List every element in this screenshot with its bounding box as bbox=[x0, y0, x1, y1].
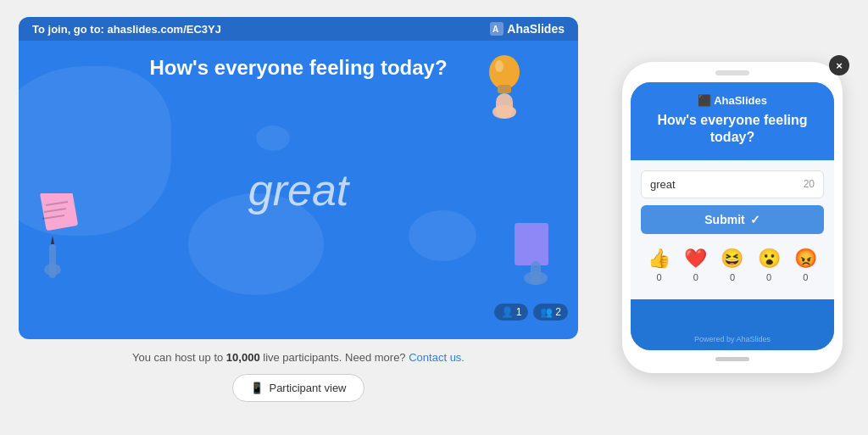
right-illustration bbox=[510, 219, 561, 287]
thumbs-up-count: 0 bbox=[657, 272, 662, 282]
phone-submit-button[interactable]: Submit ✓ bbox=[641, 205, 824, 234]
bottom-text-before: You can host up to bbox=[132, 351, 226, 364]
thumbs-up-emoji: 👍 bbox=[648, 248, 670, 270]
svg-text:A: A bbox=[492, 25, 498, 34]
participant-view-button[interactable]: 📱 Participant view bbox=[232, 374, 364, 402]
slide-container: To join, go to: ahaslides.com/EC3YJ A Ah… bbox=[19, 17, 578, 339]
wow-emoji: 😮 bbox=[758, 248, 781, 270]
audience-icon: 👥 bbox=[540, 306, 553, 318]
reaction-angry[interactable]: 😡 0 bbox=[794, 248, 817, 282]
logo-icon: A bbox=[490, 22, 504, 36]
svg-rect-15 bbox=[49, 244, 56, 278]
join-url-text: To join, go to: ahaslides.com/EC3YJ bbox=[32, 23, 221, 36]
participant-view-label: Participant view bbox=[269, 382, 346, 394]
phone-logo-icon: ⬛ bbox=[698, 94, 714, 107]
laugh-emoji: 😆 bbox=[721, 248, 743, 270]
audience-count: 2 bbox=[555, 306, 561, 318]
slide-title: How's everyone feeling today? bbox=[19, 56, 578, 80]
phone-logo-text: AhaSlides bbox=[714, 94, 767, 107]
slide-header: To join, go to: ahaslides.com/EC3YJ A Ah… bbox=[19, 17, 578, 41]
phone-input-field[interactable]: great 20 bbox=[641, 170, 824, 198]
blob-decoration-3 bbox=[409, 210, 476, 261]
participant-limit: 10,000 bbox=[226, 351, 260, 364]
phone-screen-bottom: Powered by AhaSlides bbox=[631, 299, 834, 350]
phone-input-value: great bbox=[650, 178, 804, 191]
phone-submit-label: Submit bbox=[704, 213, 744, 226]
heart-count: 0 bbox=[693, 272, 698, 282]
join-url: ahaslides.com/EC3YJ bbox=[108, 23, 221, 36]
reaction-thumbs-up[interactable]: 👍 0 bbox=[648, 248, 670, 282]
angry-emoji: 😡 bbox=[794, 248, 817, 270]
logo-text: AhaSlides bbox=[507, 22, 565, 36]
phone-screen-header: ⬛ AhaSlides How's everyone feeling today… bbox=[631, 82, 834, 159]
phone-screen: ⬛ AhaSlides How's everyone feeling today… bbox=[631, 82, 834, 349]
lightbulb-illustration bbox=[472, 42, 536, 119]
slide-footer: 👤 1 👥 2 bbox=[494, 304, 568, 321]
bottom-info: You can host up to 10,000 live participa… bbox=[132, 351, 465, 364]
right-panel: × ⬛ AhaSlides How's everyone feeling tod… bbox=[597, 0, 868, 435]
contact-us-link[interactable]: Contact us. bbox=[409, 351, 465, 364]
phone-title: How's everyone feeling today? bbox=[643, 112, 822, 144]
slide-body: How's everyone feeling today? great 👤 1 … bbox=[19, 41, 578, 329]
phone-notch bbox=[715, 70, 749, 75]
sticky-notes-illustration bbox=[36, 193, 86, 287]
phone-home-bar[interactable] bbox=[715, 357, 749, 361]
participant-badge: 👤 1 bbox=[494, 304, 529, 321]
svg-rect-3 bbox=[496, 93, 513, 119]
audience-badge: 👥 2 bbox=[533, 304, 568, 321]
bottom-text-after: live participants. Need more? bbox=[260, 351, 409, 364]
phone-logo: ⬛ AhaSlides bbox=[643, 94, 822, 107]
submit-check-icon: ✓ bbox=[750, 213, 760, 226]
slide-word: great bbox=[248, 165, 349, 215]
participant-icon: 👤 bbox=[501, 306, 514, 318]
reaction-laugh[interactable]: 😆 0 bbox=[721, 248, 743, 282]
angry-count: 0 bbox=[803, 272, 808, 282]
mobile-icon: 📱 bbox=[250, 382, 264, 394]
heart-emoji: ❤️ bbox=[684, 248, 707, 270]
wow-count: 0 bbox=[766, 272, 771, 282]
join-prefix: To join, go to: bbox=[32, 23, 108, 36]
ahaslides-logo: A AhaSlides bbox=[490, 22, 565, 36]
reactions-row: 👍 0 ❤️ 0 😆 0 😮 0 bbox=[641, 244, 824, 289]
powered-text: Powered by AhaSlides bbox=[694, 335, 771, 343]
left-panel: To join, go to: ahaslides.com/EC3YJ A Ah… bbox=[0, 0, 597, 435]
participant-count: 1 bbox=[516, 306, 522, 318]
phone-screen-body: great 20 Submit ✓ 👍 0 ❤️ 0 bbox=[631, 160, 834, 299]
reaction-heart[interactable]: ❤️ 0 bbox=[684, 248, 707, 282]
svg-rect-17 bbox=[515, 223, 548, 265]
laugh-count: 0 bbox=[730, 272, 735, 282]
blob-decoration-4 bbox=[256, 125, 290, 151]
close-button[interactable]: × bbox=[829, 55, 849, 75]
phone-char-count: 20 bbox=[804, 178, 815, 190]
svg-rect-19 bbox=[531, 261, 541, 285]
reaction-wow[interactable]: 😮 0 bbox=[758, 248, 781, 282]
svg-marker-16 bbox=[51, 236, 54, 244]
phone-mockup: × ⬛ AhaSlides How's everyone feeling tod… bbox=[622, 62, 843, 372]
